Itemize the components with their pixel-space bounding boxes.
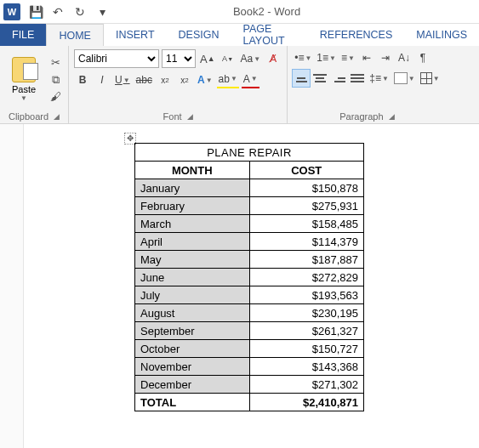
document-page[interactable]: ✥ PLANE REPAIR MONTH COST January$150,87…: [24, 124, 479, 448]
cost-cell[interactable]: $275,931: [249, 197, 364, 215]
numbering-button[interactable]: 1≡▼: [315, 49, 338, 66]
copy-icon[interactable]: ⧉: [48, 73, 63, 87]
cost-cell[interactable]: $230,195: [249, 304, 364, 322]
align-left-button[interactable]: [293, 70, 310, 87]
clear-formatting-icon[interactable]: A̸: [265, 50, 282, 67]
month-cell[interactable]: September: [135, 322, 250, 340]
tab-insert[interactable]: INSERT: [104, 24, 167, 46]
cost-cell[interactable]: $187,887: [249, 251, 364, 269]
tab-design[interactable]: DESIGN: [167, 24, 231, 46]
month-cell[interactable]: August: [135, 304, 250, 322]
paste-button[interactable]: Paste ▼: [5, 49, 43, 110]
superscript-button[interactable]: x2: [176, 71, 193, 88]
table-row[interactable]: February$275,931: [135, 197, 364, 215]
cut-icon[interactable]: ✂: [48, 56, 63, 70]
strikethrough-button[interactable]: abc: [134, 71, 154, 88]
font-name-select[interactable]: Calibri: [74, 49, 159, 68]
cost-cell[interactable]: $150,727: [249, 340, 364, 358]
month-cell[interactable]: April: [135, 233, 250, 251]
format-painter-icon[interactable]: 🖌: [48, 90, 63, 104]
cost-cell[interactable]: $158,485: [249, 215, 364, 233]
group-clipboard: Paste ▼ ✂ ⧉ 🖌 Clipboard◢: [0, 46, 69, 123]
paragraph-group-label: Paragraph: [339, 111, 383, 122]
table-move-handle-icon[interactable]: ✥: [124, 133, 136, 145]
save-icon[interactable]: 💾: [29, 5, 43, 19]
undo-icon[interactable]: ↶: [51, 5, 65, 19]
table-title-cell[interactable]: PLANE REPAIR: [135, 144, 364, 162]
paragraph-launcher-icon[interactable]: ◢: [389, 112, 395, 121]
total-label-cell[interactable]: TOTAL: [135, 394, 250, 411]
table-row[interactable]: August$230,195: [135, 304, 364, 322]
plane-repair-table[interactable]: PLANE REPAIR MONTH COST January$150,878F…: [134, 143, 364, 411]
title-bar: W 💾 ↶ ↻ ▾ Book2 - Word: [0, 0, 479, 24]
tab-page-layout[interactable]: PAGE LAYOUT: [231, 24, 307, 46]
align-justify-button[interactable]: [349, 70, 366, 87]
increase-indent-icon[interactable]: ⇥: [377, 49, 394, 66]
align-right-button[interactable]: [330, 70, 347, 87]
month-cell[interactable]: May: [135, 251, 250, 269]
cost-cell[interactable]: $114,379: [249, 233, 364, 251]
table-row[interactable]: January$150,878: [135, 179, 364, 197]
tab-file[interactable]: FILE: [0, 24, 46, 46]
month-cell[interactable]: March: [135, 215, 250, 233]
clipboard-launcher-icon[interactable]: ◢: [54, 112, 60, 121]
table-title-row[interactable]: PLANE REPAIR: [135, 144, 364, 162]
cost-cell[interactable]: $150,878: [249, 179, 364, 197]
underline-button[interactable]: U▼: [113, 71, 132, 88]
tab-home[interactable]: HOME: [46, 24, 104, 46]
month-cell[interactable]: June: [135, 269, 250, 286]
month-cell[interactable]: January: [135, 179, 250, 197]
bullets-button[interactable]: •≡▼: [293, 49, 313, 66]
table-row[interactable]: April$114,379: [135, 233, 364, 251]
table-row[interactable]: June$272,829: [135, 269, 364, 286]
table-total-row[interactable]: TOTAL $2,410,871: [135, 394, 364, 411]
header-cost[interactable]: COST: [249, 162, 364, 179]
month-cell[interactable]: December: [135, 376, 250, 394]
month-cell[interactable]: July: [135, 286, 250, 304]
show-marks-button[interactable]: ¶: [414, 49, 431, 66]
highlight-button[interactable]: ab▼: [217, 71, 239, 88]
table-header-row[interactable]: MONTH COST: [135, 162, 364, 179]
borders-button[interactable]: ▼: [419, 70, 442, 87]
cost-cell[interactable]: $193,563: [249, 286, 364, 304]
tab-mailings[interactable]: MAILINGS: [404, 24, 479, 46]
month-cell[interactable]: October: [135, 340, 250, 358]
cost-cell[interactable]: $261,327: [249, 322, 364, 340]
month-cell[interactable]: February: [135, 197, 250, 215]
table-row[interactable]: September$261,327: [135, 322, 364, 340]
paste-icon: [12, 57, 36, 82]
multilevel-list-button[interactable]: ≡▼: [339, 49, 356, 66]
decrease-indent-icon[interactable]: ⇤: [358, 49, 375, 66]
tab-references[interactable]: REFERENCES: [308, 24, 404, 46]
font-size-select[interactable]: 11: [162, 49, 196, 68]
table-row[interactable]: July$193,563: [135, 286, 364, 304]
cost-cell[interactable]: $271,302: [249, 376, 364, 394]
text-effects-button[interactable]: A▼: [196, 71, 214, 88]
table-row[interactable]: December$271,302: [135, 376, 364, 394]
font-color-button[interactable]: A▼: [242, 71, 259, 88]
header-month[interactable]: MONTH: [135, 162, 250, 179]
table-row[interactable]: March$158,485: [135, 215, 364, 233]
shading-button[interactable]: ▼: [392, 70, 417, 87]
window-title: Book2 - Word: [109, 5, 476, 18]
cost-cell[interactable]: $272,829: [249, 269, 364, 286]
redo-icon[interactable]: ↻: [73, 5, 87, 19]
change-case-button[interactable]: Aa▼: [239, 50, 263, 67]
shrink-font-icon[interactable]: A▼: [220, 50, 237, 67]
table-row[interactable]: October$150,727: [135, 340, 364, 358]
month-cell[interactable]: November: [135, 358, 250, 376]
align-center-button[interactable]: [311, 70, 328, 87]
font-group-label: Font: [163, 111, 182, 122]
grow-font-icon[interactable]: A▲: [198, 50, 217, 67]
qat-customize-icon[interactable]: ▾: [95, 5, 109, 19]
font-launcher-icon[interactable]: ◢: [187, 112, 193, 121]
bold-button[interactable]: B: [74, 71, 91, 88]
table-row[interactable]: May$187,887: [135, 251, 364, 269]
sort-button[interactable]: A↓: [396, 49, 413, 66]
total-value-cell[interactable]: $2,410,871: [249, 394, 364, 411]
subscript-button[interactable]: x2: [157, 71, 174, 88]
italic-button[interactable]: I: [94, 71, 111, 88]
table-row[interactable]: November$143,368: [135, 358, 364, 376]
line-spacing-button[interactable]: ‡≡▼: [368, 70, 391, 87]
cost-cell[interactable]: $143,368: [249, 358, 364, 376]
